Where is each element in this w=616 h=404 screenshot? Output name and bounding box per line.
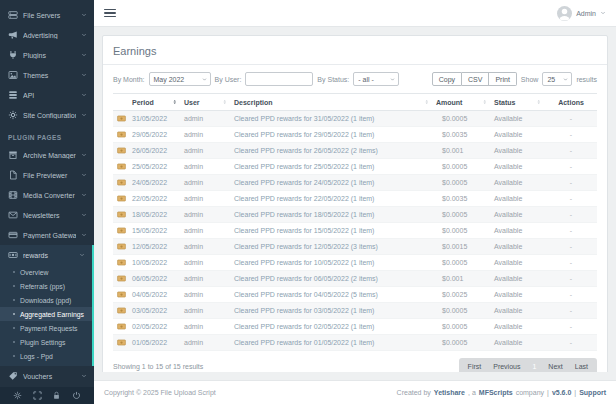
table-row[interactable]: 02/05/2022adminCleared PPD rewards for 0… [113,319,597,335]
export-button-group: Copy CSV Print [432,72,517,86]
sidebar: File ServersAdvertisingPluginsThemesAPIS… [0,0,94,404]
sidebar-footer [0,387,94,404]
sidebar-subitem-downloads-ppd[interactable]: Downloads (ppd) [0,293,92,307]
topbar: Admin [94,0,616,27]
sidebar-item-api[interactable]: API [0,85,94,105]
table-row[interactable]: 31/05/2022adminCleared PPD rewards for 3… [113,111,597,127]
sidebar-item-file-servers[interactable]: File Servers [0,5,94,25]
table-row[interactable]: 04/05/2022adminCleared PPD rewards for 0… [113,287,597,303]
column-header-actions[interactable]: Actions [545,94,597,111]
csv-button[interactable]: CSV [462,72,489,86]
money-icon [117,178,126,187]
sidebar-item-rewards[interactable]: rewards [0,245,92,265]
sidebar-group-rewards: rewardsOverviewReferrals (pps)Downloads … [0,245,94,366]
money-icon [117,130,126,139]
results-summary: Showing 1 to 15 of 15 results [113,363,203,370]
sidebar-item-plugins[interactable]: Plugins [0,45,94,65]
pagination-page-1[interactable]: 1 [532,363,536,370]
copy-button[interactable]: Copy [432,72,462,86]
plugins-icon [8,50,18,60]
money-icon [117,338,126,347]
table-row[interactable]: 12/05/2022adminCleared PPD rewards for 1… [113,239,597,255]
table-row[interactable]: 06/05/2022adminCleared PPD rewards for 0… [113,271,597,287]
archive-manager-icon [8,150,18,160]
sidebar-item-newsletters[interactable]: Newsletters [0,205,94,225]
menu-toggle-button[interactable] [104,9,116,18]
user-menu[interactable]: Admin [557,6,606,21]
power-icon[interactable] [72,391,81,400]
money-icon [117,210,126,219]
sidebar-item-themes[interactable]: Themes [0,65,94,85]
status-select[interactable]: - all - [353,72,399,86]
sidebar-item-vouchers[interactable]: Vouchers [0,366,94,386]
column-header-status[interactable]: Status [491,94,545,111]
money-icon [117,226,126,235]
chevron-down-icon [81,373,87,379]
sidebar-item-archive-manager[interactable]: Archive Manager [0,145,94,165]
sidebar-subitem-logs-ppd[interactable]: Logs - Ppd [0,349,92,363]
sort-icon [172,98,178,106]
pagination-first[interactable]: First [468,363,482,370]
sidebar-subitem-payment-requests[interactable]: Payment Requests [0,321,92,335]
table-row[interactable]: 26/05/2022adminCleared PPD rewards for 2… [113,143,597,159]
expand-icon[interactable] [33,391,42,400]
table-row[interactable]: 03/05/2022adminCleared PPD rewards for 0… [113,303,597,319]
file-servers-icon [8,10,18,20]
column-header-icon [113,94,129,111]
by-user-label: By User: [215,76,242,83]
chevron-down-icon [81,152,87,158]
table-row[interactable]: 25/05/2022adminCleared PPD rewards for 2… [113,159,597,175]
column-header-description[interactable]: Description [231,94,433,111]
print-button[interactable]: Print [489,72,516,86]
sidebar-item-payment-gateways[interactable]: Payment Gateways [0,225,94,245]
table-row[interactable]: 10/05/2022adminCleared PPD rewards for 1… [113,255,597,271]
chevron-down-icon [81,192,87,198]
sidebar-item-file-previewer[interactable]: File Previewer [0,165,94,185]
filter-row: By Month: May 2022 By User: By Status: -… [113,72,597,86]
lock-icon[interactable] [52,391,61,400]
table-row[interactable]: 15/05/2022adminCleared PPD rewards for 1… [113,223,597,239]
sidebar-subitem-overview[interactable]: Overview [0,265,92,279]
bullet-icon [13,341,15,343]
user-filter-input[interactable] [245,72,313,86]
pagination-last[interactable]: Last [575,363,588,370]
table-row[interactable]: 22/05/2022adminCleared PPD rewards for 2… [113,191,597,207]
bullet-icon [13,271,15,273]
money-icon [117,242,126,251]
settings-icon[interactable] [13,391,22,400]
earnings-card: Earnings By Month: May 2022 By User: By … [102,35,608,372]
column-header-user[interactable]: User [181,94,231,111]
pagination: First Previous 1 Next Last [459,358,597,372]
sidebar-subitem-plugin-settings[interactable]: Plugin Settings [0,335,92,349]
table-footer: Showing 1 to 15 of 15 results First Prev… [113,358,597,372]
sidebar-item-site-configuration[interactable]: Site Configuration [0,105,94,125]
company-link[interactable]: MFScripts [479,389,513,396]
site-configuration-icon [8,110,18,120]
sidebar-subitem-referrals-pps[interactable]: Referrals (pps) [0,279,92,293]
column-header-amount[interactable]: Amount [433,94,491,111]
brand-link[interactable]: Yetishare [434,389,465,396]
advertising-icon [8,30,18,40]
by-month-label: By Month: [113,76,145,83]
money-icon [117,162,126,171]
page-size-select[interactable]: 25 [542,72,572,86]
sidebar-item-advertising[interactable]: Advertising [0,25,94,45]
column-header-period[interactable]: Period [129,94,181,111]
support-link[interactable]: Support [579,389,606,396]
page-footer: Copyright © 2025 File Upload Script Crea… [94,380,616,404]
media-converter-icon [8,190,18,200]
table-row[interactable]: 24/05/2022adminCleared PPD rewards for 2… [113,175,597,191]
table-row[interactable]: 18/05/2022adminCleared PPD rewards for 1… [113,207,597,223]
file-previewer-icon [8,170,18,180]
sidebar-subitem-aggregated-earnings[interactable]: Aggregated Earnings [0,307,92,321]
sort-icon [536,98,542,106]
table-row[interactable]: 29/05/2022adminCleared PPD rewards for 2… [113,127,597,143]
chevron-down-icon [81,112,87,118]
sidebar-item-media-converter[interactable]: Media Converter [0,185,94,205]
table-row[interactable]: 01/05/2022adminCleared PPD rewards for 0… [113,335,597,351]
pagination-next[interactable]: Next [548,363,562,370]
chevron-down-icon [81,232,87,238]
pagination-previous[interactable]: Previous [493,363,520,370]
copyright-text: Copyright © 2025 File Upload Script [104,389,216,396]
month-select[interactable]: May 2022 [149,72,211,86]
